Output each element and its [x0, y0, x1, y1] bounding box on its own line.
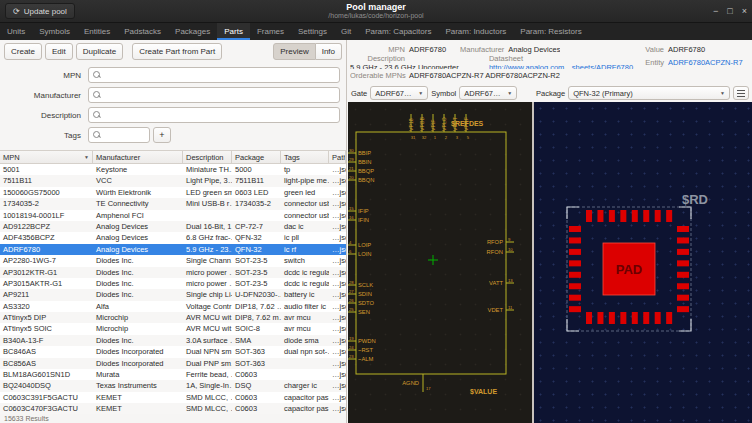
maximize-icon[interactable]: □: [727, 7, 732, 16]
preview-tab-button[interactable]: Preview: [273, 43, 315, 60]
svg-text:27: 27: [349, 289, 354, 294]
tab-param-capacitors[interactable]: Param: Capacitors: [358, 23, 438, 40]
edit-button[interactable]: Edit: [45, 43, 73, 60]
pool-manager-window: ⟳ Update pool Pool manager /home/lukas/c…: [0, 0, 752, 423]
svg-text:VPBB: VPBB: [419, 117, 425, 131]
minimize-icon[interactable]: −: [713, 7, 718, 16]
package-options-button[interactable]: [733, 86, 749, 100]
package-preview-canvas[interactable]: PAD$RD: [534, 102, 752, 423]
info-tab-button[interactable]: Info: [316, 43, 342, 60]
manufacturer-value: Analog Devices: [508, 45, 560, 54]
column-header-path[interactable]: Path: [329, 151, 346, 163]
table-row[interactable]: ATtinyx5 DIPMicrochipAVR MCU wit…DIP8, 7…: [0, 312, 346, 323]
svg-text:30: 30: [349, 148, 354, 153]
tags-filter-row: Tags +: [0, 125, 340, 145]
tab-frames[interactable]: Frames: [250, 23, 291, 40]
table-row[interactable]: BC846ASDiodes IncorporatedDual NPN sm…SO…: [0, 346, 346, 357]
column-header-tags[interactable]: Tags: [281, 151, 329, 163]
table-row[interactable]: AP9211Diodes Inc.Single chip Li-…U-DFN20…: [0, 289, 346, 300]
search-filters: MPN Manufacturer Description Tags +: [0, 65, 340, 145]
table-row[interactable]: 1734035-2TE ConnectivityMini USB-B r…173…: [0, 198, 346, 209]
svg-text:IFIP: IFIP: [358, 208, 369, 214]
column-header-label: Manufacturer: [96, 153, 140, 162]
column-header-package[interactable]: Package: [232, 151, 281, 163]
svg-text:23: 23: [349, 354, 354, 359]
tab-git[interactable]: Git: [334, 23, 358, 40]
svg-text:31: 31: [411, 135, 416, 140]
close-icon[interactable]: ×: [742, 7, 747, 16]
svg-text:2: 2: [445, 135, 448, 140]
table-row[interactable]: 10018194-0001LFAmphenol FCIconnector usb…: [0, 210, 346, 221]
duplicate-button[interactable]: Duplicate: [76, 43, 123, 60]
description-value: 5.9 GHz - 23.6 GHz Upconverter: [350, 63, 459, 70]
tab-symbols[interactable]: Symbols: [32, 23, 77, 40]
svg-text:28: 28: [349, 280, 354, 285]
table-row[interactable]: 5001KeystoneMiniature TH…5000tp…json: [0, 164, 346, 175]
gate-symbol-row: Gate ADRF67…▼ Symbol ADRF67…▼: [348, 84, 533, 102]
manufacturer-search-input[interactable]: [88, 87, 340, 103]
mpn-search-input[interactable]: [88, 67, 340, 83]
table-row[interactable]: C0603C391F5GACTUKEMETSMD MLCC, …C0603cap…: [0, 392, 346, 403]
tab-padstacks[interactable]: Padstacks: [117, 23, 168, 40]
chevron-down-icon: ▼: [418, 90, 423, 96]
tab-param-resistors[interactable]: Param: Resistors: [513, 23, 588, 40]
svg-text:BBIP: BBIP: [358, 150, 371, 156]
table-row[interactable]: 150060GS75000Würth ElektronikLED green s…: [0, 187, 346, 198]
svg-text:~RST: ~RST: [358, 347, 373, 353]
table-row[interactable]: BQ24040DSQTexas Instruments1A, Single-In…: [0, 380, 346, 391]
create-button[interactable]: Create: [4, 43, 42, 60]
svg-text:11: 11: [508, 305, 513, 310]
entity-link[interactable]: ADRF6780ACPZN-R7: [668, 58, 743, 67]
tab-parts[interactable]: Parts: [217, 23, 250, 40]
table-row[interactable]: AP3015AKTR-G1Diodes Inc.micro power …SOT…: [0, 278, 346, 289]
tab-packages[interactable]: Packages: [168, 23, 217, 40]
table-row[interactable]: BC856ASDiodes IncorporatedDual PNP sm…SO…: [0, 358, 346, 369]
tags-search-input[interactable]: [88, 127, 150, 143]
create-part-from-part-button[interactable]: Create Part from Part: [132, 43, 222, 60]
svg-text:VP18: VP18: [408, 118, 414, 131]
svg-text:PWDN: PWDN: [358, 338, 376, 344]
svg-text:SDIN: SDIN: [358, 291, 372, 297]
tab-entities[interactable]: Entities: [77, 23, 117, 40]
tab-settings[interactable]: Settings: [291, 23, 334, 40]
svg-text:VPLO: VPLO: [441, 117, 447, 131]
svg-text:$VALUE: $VALUE: [470, 388, 497, 396]
tab-units[interactable]: Units: [0, 23, 32, 40]
column-header-mpn[interactable]: MPN▼: [0, 151, 93, 163]
update-pool-button[interactable]: ⟳ Update pool: [5, 3, 75, 19]
table-row[interactable]: 7511B11VCCLight Pipe, 3…7511B11light-pip…: [0, 175, 346, 186]
add-tag-button[interactable]: +: [153, 127, 171, 143]
preview-selectors: Gate ADRF67…▼ Symbol ADRF67…▼ Package QF…: [348, 84, 752, 102]
column-header-description[interactable]: Description: [183, 151, 232, 163]
symbol-preview-canvas[interactable]: $REFDES$VALUEVP1831VPBB32VPIF1VPLO2VPDT3…: [348, 102, 532, 423]
description-search-input[interactable]: [88, 107, 340, 123]
svg-text:LOIP: LOIP: [358, 242, 371, 248]
orderable-mpns-field: Orderable MPNsADRF6780ACPZN-R7 ADRF6780A…: [350, 71, 560, 80]
table-row[interactable]: AP2280-1WG-7Diodes Inc.Single Chann…SOT-…: [0, 255, 346, 266]
tab-param-inductors[interactable]: Param: Inductors: [438, 23, 513, 40]
parts-table: MPN▼ManufacturerDescriptionPackageTagsPa…: [0, 150, 346, 414]
table-row[interactable]: AS3320AlfaVoltage Contr…DIP18, 7.62 …aud…: [0, 301, 346, 312]
package-combobox[interactable]: QFN-32 (Primary)▼: [568, 86, 730, 100]
svg-text:VATT: VATT: [489, 280, 503, 286]
table-row[interactable]: ADRF6780Analog Devices5.9 GHz - 23…QFN-3…: [0, 244, 346, 255]
symbol-combobox[interactable]: ADRF67…▼: [459, 86, 517, 100]
table-row[interactable]: ADF4356BCPZAnalog Devices6.8 GHz frac-…Q…: [0, 232, 346, 243]
table-row[interactable]: AP3012KTR-G1Diodes Inc.micro power …SOT-…: [0, 267, 346, 278]
table-row[interactable]: AD9122BCPZAnalog DevicesDual 16-Bit, 1…C…: [0, 221, 346, 232]
table-row[interactable]: B340A-13-FDiodes Inc.3.0A surface …SMAdi…: [0, 335, 346, 346]
svg-text:5: 5: [467, 135, 470, 140]
table-row[interactable]: BLM18AG601SN1DMurataFerrite bead, …C0603…: [0, 369, 346, 380]
parts-browser-pane: Create Edit Duplicate Create Part from P…: [0, 40, 347, 423]
table-row[interactable]: C0603C470F3GACTUKEMETSMD MLCC, …C0603cap…: [0, 403, 346, 414]
column-header-label: MPN: [3, 153, 20, 162]
gate-combobox[interactable]: ADRF67…▼: [370, 86, 428, 100]
value-field: ValueADRF6780: [634, 45, 746, 54]
manufacturer-filter-label: Manufacturer: [0, 91, 88, 100]
svg-text:VPDT: VPDT: [452, 116, 458, 131]
table-row[interactable]: ATtinyx5 SOICMicrochipAVR MCU wit…SOIC-8…: [0, 323, 346, 334]
svg-text:SCLK: SCLK: [358, 282, 373, 288]
preview-info-switcher: Preview Info: [273, 43, 342, 60]
datasheet-link[interactable]: http://www.analog.com…sheets/ADRF6780.pd…: [489, 63, 634, 70]
column-header-manufacturer[interactable]: Manufacturer: [93, 151, 183, 163]
